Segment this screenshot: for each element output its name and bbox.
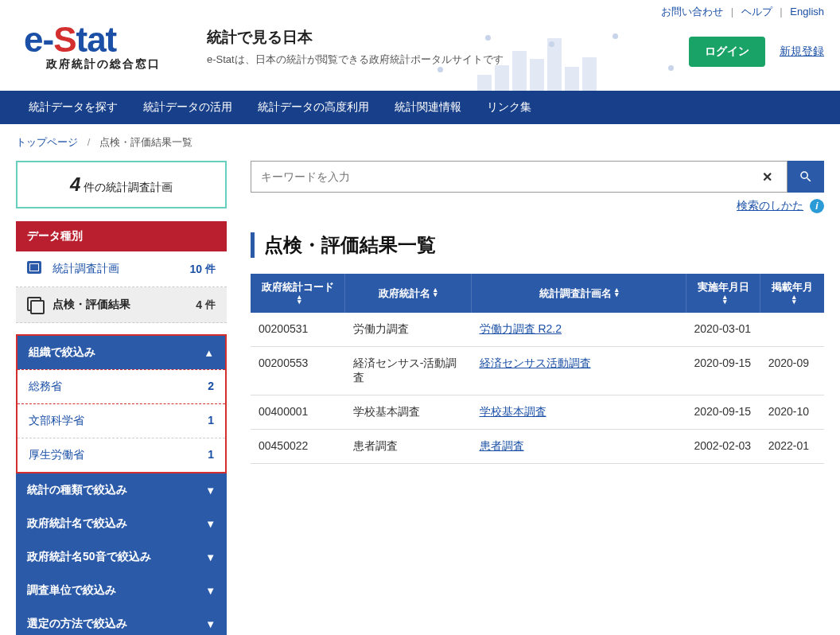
filter-item-label: 総務省 — [29, 380, 208, 394]
search-icon — [799, 169, 813, 184]
filter-item-count: 2 — [208, 380, 214, 394]
col-code[interactable]: 政府統計コード — [251, 274, 345, 313]
cell-name: 患者調査 — [345, 430, 472, 464]
cell-pub: 2022-01 — [760, 430, 824, 464]
chevron-down-icon: ▼ — [205, 618, 216, 630]
plan-link[interactable]: 患者調査 — [480, 439, 524, 452]
chevron-up-icon: ▲ — [204, 347, 214, 359]
plan-link[interactable]: 経済センサス活動調査 — [480, 356, 591, 369]
result-count-number: 4 — [70, 173, 80, 195]
cell-pub — [760, 313, 824, 347]
plan-link[interactable]: 学校基本調査 — [480, 405, 546, 418]
filter-header-label: 組織で絞込み — [29, 345, 204, 360]
sort-icon[interactable] — [723, 294, 727, 304]
filter-method[interactable]: 選定の方法で絞込み ▼ — [16, 607, 227, 635]
sort-icon[interactable] — [792, 294, 796, 304]
breadcrumb-current: 点検・評価結果一覧 — [99, 136, 192, 148]
result-count-box: 4 件の統計調査計画 — [16, 161, 227, 208]
chevron-down-icon: ▼ — [205, 551, 216, 563]
cell-name: 経済センサス-活動調査 — [345, 347, 472, 395]
filter-item-label: 文部科学省 — [29, 414, 208, 428]
col-name[interactable]: 政府統計名 — [345, 274, 472, 313]
logo[interactable]: e-Stat 政府統計の総合窓口 — [24, 19, 183, 72]
filter-stat-50on[interactable]: 政府統計名50音で絞込み ▼ — [16, 540, 227, 574]
sort-icon[interactable] — [434, 287, 438, 297]
english-link[interactable]: English — [790, 6, 824, 18]
cell-date: 2020-03-01 — [686, 313, 760, 347]
filter-item-count: 1 — [208, 414, 214, 428]
data-type-unit: 件 — [205, 262, 216, 276]
clear-icon[interactable]: ✕ — [757, 169, 777, 185]
search-input[interactable] — [261, 170, 757, 183]
result-count-label: 件の統計調査計画 — [84, 181, 173, 193]
info-icon[interactable]: i — [810, 199, 824, 213]
filter-header-label: 選定の方法で絞込み — [27, 617, 205, 631]
filter-item-mhlw[interactable]: 厚生労働省 1 — [18, 438, 225, 472]
table-row: 00200553 経済センサス-活動調査 経済センサス活動調査 2020-09-… — [251, 347, 824, 395]
cell-code: 00450022 — [251, 430, 345, 464]
separator: | — [780, 6, 782, 18]
filter-unit[interactable]: 調査単位で絞込み ▼ — [16, 574, 227, 607]
cell-date: 2020-09-15 — [686, 395, 760, 430]
register-link[interactable]: 新規登録 — [780, 45, 824, 59]
data-type-unit: 件 — [205, 298, 216, 312]
breadcrumb: トップページ / 点検・評価結果一覧 — [0, 124, 840, 161]
filter-item-count: 1 — [208, 448, 214, 462]
filter-stat-type[interactable]: 統計の種類で絞込み ▼ — [16, 473, 227, 507]
filter-org-header[interactable]: 組織で絞込み ▲ — [18, 336, 225, 369]
cell-pub: 2020-09 — [760, 347, 824, 395]
nav-links[interactable]: リンク集 — [474, 91, 544, 124]
data-type-count: 10 — [189, 263, 202, 275]
cell-code: 00200553 — [251, 347, 345, 395]
cell-pub: 2020-10 — [760, 395, 824, 430]
cell-code: 00200531 — [251, 313, 345, 347]
filter-header-label: 統計の種類で絞込み — [27, 483, 205, 497]
breadcrumb-home[interactable]: トップページ — [16, 136, 78, 148]
help-link[interactable]: ヘルプ — [741, 6, 772, 18]
cell-name: 労働力調査 — [345, 313, 472, 347]
cell-code: 00400001 — [251, 395, 345, 430]
filter-stat-name[interactable]: 政府統計名で絞込み ▼ — [16, 507, 227, 540]
data-type-result[interactable]: 点検・評価結果 4 件 — [16, 287, 227, 323]
nav-advanced[interactable]: 統計データの高度利用 — [245, 91, 382, 124]
login-button[interactable]: ログイン — [689, 37, 765, 67]
result-icon — [27, 297, 45, 313]
data-type-header: データ種別 — [16, 221, 227, 251]
data-type-label: 統計調査計画 — [52, 262, 189, 276]
results-table: 政府統計コード 政府統計名 統計調査計画名 実施年月日 掲載年月 0020053… — [251, 274, 824, 464]
tagline-title: 統計で見る日本 — [207, 27, 504, 48]
filter-item-soumu[interactable]: 総務省 2 — [18, 369, 225, 404]
nav-use-data[interactable]: 統計データの活用 — [130, 91, 245, 124]
cell-date: 2002-02-03 — [686, 430, 760, 464]
filter-header-label: 調査単位で絞込み — [27, 583, 205, 598]
sort-icon[interactable] — [298, 294, 301, 304]
chevron-down-icon: ▼ — [205, 585, 216, 597]
plan-link[interactable]: 労働力調査 R2.2 — [480, 322, 562, 335]
filter-item-mext[interactable]: 文部科学省 1 — [18, 404, 225, 438]
table-row: 00450022 患者調査 患者調査 2002-02-03 2022-01 — [251, 430, 824, 464]
separator: | — [731, 6, 733, 18]
plan-icon — [27, 261, 45, 277]
filter-header-label: 政府統計名50音で絞込み — [27, 550, 205, 564]
col-plan[interactable]: 統計調査計画名 — [472, 274, 686, 313]
search-button[interactable] — [788, 161, 824, 193]
col-pub[interactable]: 掲載年月 — [760, 274, 824, 313]
logo-subtitle: 政府統計の総合窓口 — [24, 57, 183, 72]
nav-related[interactable]: 統計関連情報 — [382, 91, 474, 124]
table-row: 00400001 学校基本調査 学校基本調査 2020-09-15 2020-1… — [251, 395, 824, 430]
data-type-label: 点検・評価結果 — [52, 298, 196, 312]
sort-icon[interactable] — [615, 287, 619, 297]
filter-item-label: 厚生労働省 — [29, 448, 208, 462]
data-type-count: 4 — [196, 298, 202, 311]
filter-header-label: 政府統計名で絞込み — [27, 516, 205, 531]
nav-search-data[interactable]: 統計データを探す — [16, 91, 130, 124]
search-help-link[interactable]: 検索のしかた — [737, 199, 803, 212]
col-date[interactable]: 実施年月日 — [686, 274, 760, 313]
tagline-desc: e-Statは、日本の統計が閲覧できる政府統計ポータルサイトです — [207, 53, 504, 67]
data-type-plan[interactable]: 統計調査計画 10 件 — [16, 251, 227, 287]
cell-name: 学校基本調査 — [345, 395, 472, 430]
contact-link[interactable]: お問い合わせ — [661, 6, 723, 18]
cell-date: 2020-09-15 — [686, 347, 760, 395]
chevron-down-icon: ▼ — [205, 485, 216, 497]
chevron-down-icon: ▼ — [205, 518, 216, 530]
